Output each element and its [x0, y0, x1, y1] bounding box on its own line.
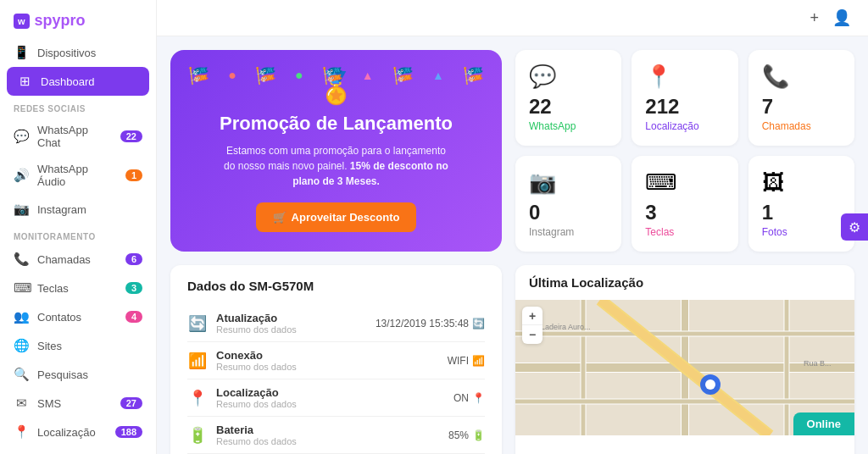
user-icon[interactable]: 👤	[832, 8, 851, 27]
device-row-sub: Resumo dos dados	[216, 362, 439, 372]
value-icon: 📶	[472, 355, 485, 367]
section-social: REDES SOCIAIS	[0, 96, 156, 117]
stat-card[interactable]: 📷 0 Instagram	[515, 156, 621, 252]
promo-button[interactable]: 🛒 Aproveitar Desconto	[256, 202, 417, 232]
sidebar-item-calls[interactable]: 📞 Chamadas 6	[0, 245, 156, 274]
svg-text:Ladeira Auro...: Ladeira Auro...	[541, 323, 591, 331]
device-row-name: Atualização	[216, 312, 367, 324]
device-row-name: Localização	[216, 386, 445, 399]
stat-card[interactable]: 🖼 1 Fotos	[748, 156, 854, 252]
device-row-name: Conexão	[216, 349, 439, 362]
device-rows: 🔄 Atualização Resumo dos dados 13/12/201…	[187, 305, 485, 454]
sites-icon: 🌐	[14, 338, 29, 353]
section-monitoring: MONITORAMENTO	[0, 224, 156, 245]
confetti-row: 🎏 ● 🎏 ● 🎏 ▲ 🎏 ▲ 🎏	[170, 50, 502, 101]
map-area[interactable]: Rua B... Ladeira Auro... + − Online	[515, 300, 854, 435]
stat-number: 3	[645, 201, 656, 224]
device-row-info: Localização Resumo dos dados	[216, 386, 445, 409]
sms-label: SMS	[37, 397, 61, 410]
cart-icon: 🛒	[273, 211, 287, 224]
stat-number: 1	[762, 201, 773, 224]
sms-icon: ✉	[14, 396, 29, 411]
stat-icon: 📍	[645, 64, 672, 90]
add-icon[interactable]: +	[810, 9, 819, 27]
device-row-value: WIFI 📶	[448, 355, 485, 367]
device-row-sub: Resumo dos dados	[216, 324, 367, 335]
whatsapp-audio-badge: 1	[125, 169, 142, 181]
sidebar-item-keys[interactable]: ⌨ Teclas 3	[0, 274, 156, 302]
stat-number: 212	[645, 95, 679, 119]
bottom-row: Dados do SM-G570M 🔄 Atualização Resumo d…	[170, 265, 854, 454]
sidebar-item-dashboard[interactable]: ⊞ Dashboard	[7, 67, 149, 96]
sidebar-item-location[interactable]: 📍 Localização 188	[0, 418, 156, 446]
search-label: Pesquisas	[37, 368, 88, 381]
location-icon: 📍	[14, 424, 29, 440]
sidebar-item-whatsapp-chat[interactable]: 💬 WhatsApp Chat 22	[0, 117, 156, 156]
sidebar-item-contacts[interactable]: 👥 Contatos 4	[0, 302, 156, 331]
keys-badge: 3	[125, 282, 142, 294]
stat-icon: 💬	[529, 64, 556, 90]
device-row-icon: 📶	[187, 352, 208, 370]
sidebar-dashboard-label: Dashboard	[41, 75, 95, 88]
device-row-icon: 🔋	[187, 426, 208, 445]
device-title: Dados do SM-G570M	[187, 279, 485, 293]
calls-icon: 📞	[14, 252, 29, 267]
whatsapp-audio-icon: 🔊	[14, 168, 29, 183]
device-row-info: Conexão Resumo dos dados	[216, 349, 439, 372]
map-card: Última Localização	[515, 265, 854, 454]
logo-text: spypro	[35, 12, 86, 30]
device-row-icon: 🔄	[187, 314, 208, 333]
logo: w spypro	[0, 0, 156, 38]
whatsapp-chat-badge: 22	[120, 130, 142, 142]
device-row: 📶 Conexão Resumo dos dados WIFI 📶	[187, 342, 485, 379]
whatsapp-icon: 💬	[14, 129, 29, 144]
device-card: Dados do SM-G570M 🔄 Atualização Resumo d…	[170, 265, 502, 454]
keys-label: Teclas	[37, 282, 69, 295]
sites-label: Sites	[37, 340, 62, 352]
whatsapp-chat-label: WhatsApp Chat	[37, 124, 112, 149]
svg-point-16	[705, 379, 715, 390]
sidebar-item-sms[interactable]: ✉ SMS 27	[0, 389, 156, 418]
device-row-sub: Resumo dos dados	[216, 436, 440, 446]
logo-box: w	[14, 14, 30, 29]
stat-card[interactable]: 📍 212 Localização	[632, 50, 737, 146]
map-title: Última Localização	[515, 265, 854, 300]
device-row-name: Bateria	[216, 424, 440, 436]
sidebar-devices-label: Dispositivos	[37, 47, 96, 59]
stat-icon: 🖼	[762, 169, 784, 196]
device-row: 🔋 Bateria Resumo dos dados 85% 🔋	[187, 417, 485, 454]
value-icon: 🔄	[472, 318, 485, 329]
main-content: + 👤 🎏 ● 🎏 ● 🎏 ▲ 🎏 ▲ 🎏 🏅 Promoção de Lanç…	[157, 0, 868, 454]
sidebar-item-devices[interactable]: 📱 Dispositivos	[0, 38, 156, 67]
device-row-icon: 📍	[187, 389, 208, 407]
dashboard-icon: ⊞	[17, 74, 32, 89]
device-row-info: Atualização Resumo dos dados	[216, 312, 367, 335]
device-row-value: 85% 🔋	[448, 429, 485, 441]
stat-number: 22	[529, 95, 552, 119]
sms-badge: 27	[120, 397, 142, 409]
calls-badge: 6	[125, 253, 142, 265]
contacts-label: Contatos	[37, 311, 81, 324]
stat-card[interactable]: 💬 22 WhatsApp	[515, 50, 621, 146]
stat-card[interactable]: ⌨ 3 Teclas	[632, 156, 737, 252]
instagram-label: Instagram	[37, 203, 86, 216]
map-zoom-controls: + −	[522, 307, 542, 344]
stat-label: Teclas	[645, 226, 674, 238]
stat-number: 7	[762, 95, 773, 119]
promo-banner: 🎏 ● 🎏 ● 🎏 ▲ 🎏 ▲ 🎏 🏅 Promoção de Lançamen…	[170, 50, 502, 252]
device-icon: 📱	[14, 45, 29, 60]
sidebar-item-instagram[interactable]: 📷 Instagram	[0, 195, 156, 224]
settings-fab[interactable]: ⚙	[841, 213, 868, 241]
zoom-out-button[interactable]: −	[522, 325, 542, 344]
search-icon: 🔍	[14, 367, 29, 382]
device-row-info: Bateria Resumo dos dados	[216, 424, 440, 446]
location-badge: 188	[115, 426, 142, 438]
sidebar-item-whatsapp-audio[interactable]: 🔊 WhatsApp Áudio 1	[0, 156, 156, 195]
sidebar-item-search[interactable]: 🔍 Pesquisas	[0, 360, 156, 389]
stat-card[interactable]: 📞 7 Chamadas	[748, 50, 854, 146]
sidebar: w spypro 📱 Dispositivos ⊞ Dashboard REDE…	[0, 0, 157, 454]
zoom-in-button[interactable]: +	[522, 307, 542, 325]
stat-icon: 📞	[762, 64, 789, 90]
device-row-value: ON 📍	[453, 392, 485, 404]
sidebar-item-sites[interactable]: 🌐 Sites	[0, 331, 156, 360]
